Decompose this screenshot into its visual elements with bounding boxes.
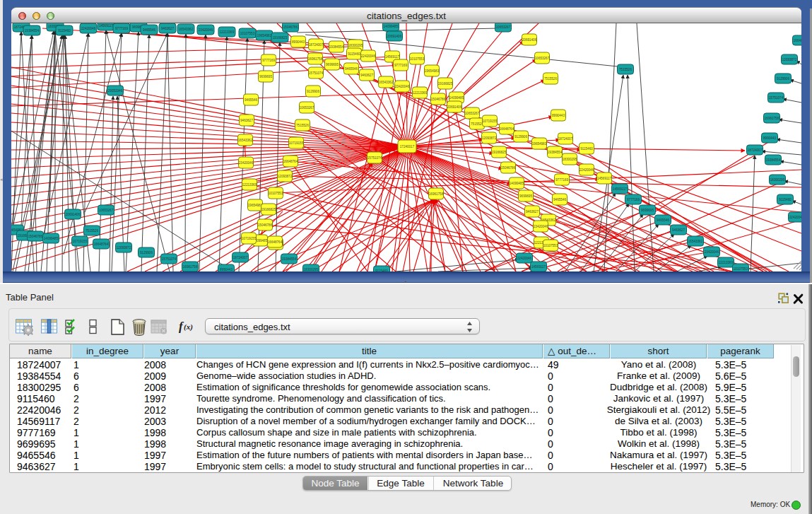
svg-text:7515526: 7515526: [471, 122, 483, 126]
svg-text:16543362: 16543362: [238, 139, 253, 142]
svg-text:9777169: 9777169: [394, 64, 407, 67]
svg-text:7515526: 7515526: [544, 77, 557, 81]
svg-text:9115460: 9115460: [779, 198, 792, 201]
svg-text:15751074: 15751074: [769, 96, 784, 100]
svg-text:(x): (x): [184, 322, 193, 332]
svg-text:15046786: 15046786: [283, 25, 298, 29]
svg-text:15046786: 15046786: [431, 98, 446, 101]
svg-text:8990443: 8990443: [292, 40, 305, 44]
svg-text:9129906: 9129906: [307, 90, 319, 93]
svg-text:22420046: 22420046: [81, 27, 96, 30]
svg-text:9463627: 9463627: [161, 27, 174, 30]
svg-text:15751074: 15751074: [309, 71, 324, 75]
svg-text:23420046: 23420046: [534, 225, 548, 228]
svg-text:19384554: 19384554: [282, 257, 297, 261]
svg-text:17240017: 17240017: [400, 145, 415, 148]
svg-text:12093872: 12093872: [117, 246, 131, 250]
svg-text:18724007: 18724007: [309, 43, 324, 47]
svg-text:14569117: 14569117: [597, 177, 612, 180]
svg-text:14099485: 14099485: [384, 25, 399, 28]
svg-text:9115460: 9115460: [58, 29, 71, 33]
svg-text:9465546: 9465546: [143, 28, 155, 32]
svg-text:19384554: 19384554: [329, 45, 344, 49]
svg-text:15046786: 15046786: [501, 166, 516, 170]
svg-text:16543362: 16543362: [179, 28, 194, 31]
svg-text:10653267: 10653267: [300, 106, 314, 110]
svg-text:12093872: 12093872: [482, 136, 497, 140]
svg-text:16648764: 16648764: [94, 243, 109, 246]
svg-text:18724007: 18724007: [748, 148, 763, 152]
svg-text:9129906: 9129906: [140, 251, 153, 255]
svg-text:9463627: 9463627: [526, 210, 539, 214]
svg-text:9699695: 9699695: [519, 194, 532, 198]
svg-text:9465546: 9465546: [245, 98, 257, 102]
svg-text:12213369: 12213369: [220, 30, 235, 34]
svg-text:29053346: 29053346: [108, 89, 123, 93]
svg-text:20691406: 20691406: [66, 213, 81, 216]
svg-text:18300295: 18300295: [304, 268, 319, 271]
svg-text:20691406: 20691406: [522, 38, 537, 42]
svg-text:9463627: 9463627: [672, 228, 685, 232]
svg-text:8990443: 8990443: [220, 268, 233, 271]
svg-text:9777169: 9777169: [627, 198, 640, 201]
svg-text:18300295: 18300295: [563, 158, 577, 161]
svg-text:23420046: 23420046: [705, 250, 719, 254]
svg-text:20691406: 20691406: [387, 35, 402, 38]
svg-text:9115460: 9115460: [375, 269, 388, 271]
svg-text:14099485: 14099485: [44, 237, 59, 240]
svg-text:22420046: 22420046: [517, 257, 532, 260]
svg-text:10653267: 10653267: [99, 209, 114, 212]
svg-text:16648764: 16648764: [794, 39, 801, 42]
svg-text:16961758: 16961758: [308, 57, 323, 61]
svg-text:16648764: 16648764: [283, 160, 298, 163]
svg-text:8990443: 8990443: [552, 114, 565, 117]
svg-text:10107553: 10107553: [543, 244, 558, 247]
svg-text:10107553: 10107553: [734, 267, 748, 271]
svg-text:10653267: 10653267: [465, 112, 480, 115]
svg-text:10653267: 10653267: [535, 57, 550, 60]
svg-text:9115460: 9115460: [348, 52, 360, 56]
svg-text:14569117: 14569117: [385, 55, 400, 59]
svg-text:14099485: 14099485: [510, 182, 524, 185]
svg-text:18300295: 18300295: [348, 44, 363, 47]
svg-text:19166825: 19166825: [273, 36, 288, 40]
svg-text:16961758: 16961758: [429, 192, 444, 196]
svg-text:16543362: 16543362: [688, 240, 703, 243]
svg-text:9115460: 9115460: [580, 147, 593, 151]
svg-text:16961758: 16961758: [765, 117, 779, 120]
svg-text:16961758: 16961758: [183, 265, 198, 269]
svg-text:10653267: 10653267: [496, 25, 511, 29]
svg-text:22420046: 22420046: [789, 216, 801, 219]
svg-text:19166825: 19166825: [492, 151, 507, 154]
svg-text:7515526: 7515526: [296, 124, 309, 127]
svg-text:10719155: 10719155: [483, 119, 498, 123]
svg-text:12213369: 12213369: [719, 261, 734, 264]
svg-text:22420046: 22420046: [361, 54, 376, 58]
svg-text:9777169: 9777169: [555, 178, 568, 182]
svg-text:14569117: 14569117: [613, 187, 628, 191]
svg-text:23420046: 23420046: [199, 28, 213, 32]
svg-text:22420046: 22420046: [579, 168, 594, 172]
svg-text:19654983: 19654983: [257, 34, 272, 37]
svg-text:19384554: 19384554: [766, 158, 781, 162]
svg-text:15046786: 15046786: [28, 235, 43, 238]
svg-text:16648764: 16648764: [500, 127, 514, 131]
svg-text:12093872: 12093872: [278, 175, 293, 178]
svg-text:15751074: 15751074: [367, 156, 382, 160]
svg-text:10719155: 10719155: [73, 240, 88, 243]
svg-text:16648764: 16648764: [268, 240, 283, 244]
svg-text:9777169: 9777169: [115, 27, 128, 30]
svg-text:18300295: 18300295: [770, 178, 785, 182]
svg-text:10107553: 10107553: [410, 57, 425, 61]
svg-text:14569117: 14569117: [99, 24, 114, 28]
svg-text:23420046: 23420046: [395, 85, 410, 88]
svg-text:8990443: 8990443: [763, 136, 776, 140]
svg-text:9129906: 9129906: [514, 135, 527, 139]
svg-text:9699695: 9699695: [641, 209, 654, 212]
svg-text:10719155: 10719155: [242, 237, 257, 240]
svg-text:19384554: 19384554: [25, 29, 40, 33]
svg-text:7515526: 7515526: [86, 229, 98, 233]
svg-text:19654983: 19654983: [248, 204, 263, 207]
svg-text:20691406: 20691406: [447, 105, 462, 109]
svg-text:15046786: 15046786: [258, 223, 273, 227]
